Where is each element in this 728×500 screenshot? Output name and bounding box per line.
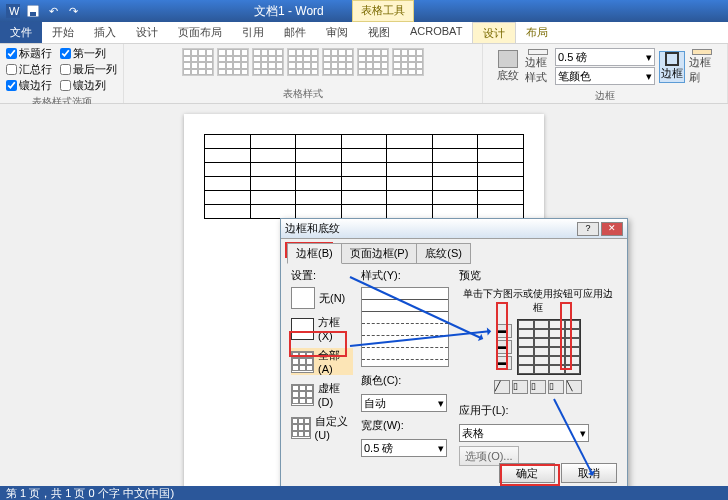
preview-diag1[interactable]: ╱ — [494, 380, 510, 394]
contextual-tab-label: 表格工具 — [352, 0, 414, 22]
settings-column: 设置: 无(N) 方框(X) 全部(A) 虚框(D) 自定义(U) — [291, 268, 353, 470]
border-painter-button[interactable]: 边框刷 — [689, 49, 715, 85]
dialog-tab-page-border[interactable]: 页面边框(P) — [341, 243, 418, 264]
tab-acrobat[interactable]: ACROBAT — [400, 22, 472, 43]
group-borders: 底纹 边框样式 0.5 磅▾ 笔颜色▾ 边框 边框刷 边框 — [483, 44, 728, 103]
borders-dropdown[interactable]: 边框 — [659, 51, 685, 83]
chk-banded-col[interactable]: 镶边列 — [60, 78, 117, 93]
dialog-titlebar[interactable]: 边框和底纹 ? ✕ — [281, 219, 627, 239]
borders-shading-dialog: 边框和底纹 ? ✕ 边框(B) 页面边框(P) 底纹(S) 设置: 无(N) 方… — [280, 218, 628, 490]
tab-view[interactable]: 视图 — [358, 22, 400, 43]
chevron-down-icon: ▾ — [438, 397, 444, 410]
group-table-style-options: 标题行 第一列 汇总行 最后一列 镶边行 镶边列 表格样式选项 — [0, 44, 124, 103]
chevron-down-icon: ▾ — [438, 442, 444, 455]
border-weight-select[interactable]: 0.5 磅▾ — [555, 48, 655, 66]
style-thumb[interactable] — [217, 48, 249, 76]
chk-banded-row[interactable]: 镶边行 — [6, 78, 52, 93]
preview-grid[interactable] — [517, 319, 581, 375]
shading-button[interactable]: 底纹 — [495, 49, 521, 85]
style-thumb[interactable] — [252, 48, 284, 76]
chevron-down-icon: ▾ — [646, 51, 652, 64]
tab-design[interactable]: 设计 — [126, 22, 168, 43]
border-style-list[interactable] — [361, 287, 449, 367]
pen-color-select[interactable]: 笔颜色▾ — [555, 67, 655, 85]
tab-home[interactable]: 开始 — [42, 22, 84, 43]
preview-top-border[interactable]: ▬ — [496, 324, 512, 338]
tab-file[interactable]: 文件 — [0, 22, 42, 43]
preview-label: 预览 — [459, 268, 617, 283]
statusbar: 第 1 页，共 1 页 0 个字 中文(中国) — [0, 486, 728, 500]
preview-diag2[interactable]: ╲ — [566, 380, 582, 394]
tab-mailings[interactable]: 邮件 — [274, 22, 316, 43]
style-thumb[interactable] — [357, 48, 389, 76]
setting-box[interactable]: 方框(X) — [291, 315, 353, 342]
redo-icon[interactable]: ↷ — [64, 2, 82, 20]
preview-hint: 单击下方图示或使用按钮可应用边框 — [459, 287, 617, 315]
width-label: 宽度(W): — [361, 418, 451, 433]
help-icon[interactable]: ? — [577, 222, 599, 236]
dialog-tabs: 边框(B) 页面边框(P) 底纹(S) — [281, 239, 627, 264]
style-thumb[interactable] — [392, 48, 424, 76]
tab-pagelayout[interactable]: 页面布局 — [168, 22, 232, 43]
setting-custom[interactable]: 自定义(U) — [291, 414, 353, 441]
sample-table[interactable] — [204, 134, 524, 219]
group-label-styles: 表格样式 — [283, 87, 323, 101]
style-label: 样式(Y): — [361, 268, 451, 283]
ok-button[interactable]: 确定 — [499, 463, 555, 483]
preview-column: 预览 单击下方图示或使用按钮可应用边框 ▬ ▬ ▬ ╱ ▯ ▯ ▯ ╲ 应用于(… — [459, 268, 617, 470]
svg-text:W: W — [9, 5, 20, 17]
tab-insert[interactable]: 插入 — [84, 22, 126, 43]
preview-vmid-border[interactable]: ▯ — [530, 380, 546, 394]
style-thumb[interactable] — [322, 48, 354, 76]
apply-to-label: 应用于(L): — [459, 403, 617, 418]
ribbon: 标题行 第一列 汇总行 最后一列 镶边行 镶边列 表格样式选项 表格样式 底纹 … — [0, 44, 728, 104]
dialog-title: 边框和底纹 — [285, 221, 340, 236]
group-table-styles: 表格样式 — [124, 44, 483, 103]
style-thumb[interactable] — [182, 48, 214, 76]
border-color-select[interactable]: 自动▾ — [361, 394, 447, 412]
group-label-borders: 边框 — [595, 89, 615, 103]
dialog-tab-borders[interactable]: 边框(B) — [287, 243, 342, 264]
chevron-down-icon: ▾ — [580, 427, 586, 440]
setting-none[interactable]: 无(N) — [291, 287, 353, 309]
chk-total-row[interactable]: 汇总行 — [6, 62, 52, 77]
chk-last-col[interactable]: 最后一列 — [60, 62, 117, 77]
status-text: 第 1 页，共 1 页 0 个字 中文(中国) — [6, 486, 174, 501]
chevron-down-icon: ▾ — [646, 70, 652, 83]
undo-icon[interactable]: ↶ — [44, 2, 62, 20]
chk-header-row[interactable]: 标题行 — [6, 46, 52, 61]
border-style-button[interactable]: 边框样式 — [525, 49, 551, 85]
table-styles-gallery[interactable] — [180, 46, 426, 78]
style-column: 样式(Y): 颜色(C): 自动▾ 宽度(W): 0.5 磅▾ — [361, 268, 451, 470]
preview-right-border[interactable]: ▯ — [548, 380, 564, 394]
chk-first-col[interactable]: 第一列 — [60, 46, 117, 61]
svg-rect-3 — [30, 12, 36, 16]
color-label: 颜色(C): — [361, 373, 451, 388]
tab-review[interactable]: 审阅 — [316, 22, 358, 43]
dialog-tab-shading[interactable]: 底纹(S) — [416, 243, 471, 264]
preview-bottom-border[interactable]: ▬ — [496, 356, 512, 370]
setting-grid[interactable]: 虚框(D) — [291, 381, 353, 408]
document-title: 文档1 - Word — [254, 3, 324, 20]
setting-all[interactable]: 全部(A) — [291, 348, 353, 375]
save-icon[interactable] — [24, 2, 42, 20]
settings-label: 设置: — [291, 268, 353, 283]
preview-hmid-border[interactable]: ▬ — [496, 340, 512, 354]
tab-references[interactable]: 引用 — [232, 22, 274, 43]
tab-table-design[interactable]: 设计 — [472, 22, 516, 43]
close-icon[interactable]: ✕ — [601, 222, 623, 236]
ribbon-tabs: 文件 开始 插入 设计 页面布局 引用 邮件 审阅 视图 ACROBAT 设计 … — [0, 22, 728, 44]
tab-table-layout[interactable]: 布局 — [516, 22, 558, 43]
preview-left-border[interactable]: ▯ — [512, 380, 528, 394]
word-icon: W — [4, 2, 22, 20]
border-width-select[interactable]: 0.5 磅▾ — [361, 439, 447, 457]
style-thumb[interactable] — [287, 48, 319, 76]
